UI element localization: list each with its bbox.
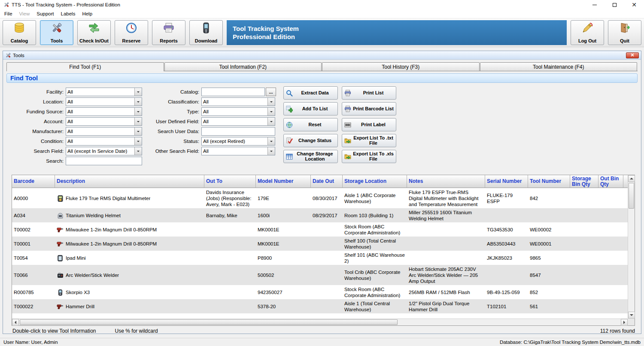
export-list-to-xls-file-button[interactable]: Export List To .xls File xyxy=(342,150,396,163)
menu-view[interactable]: View xyxy=(16,10,33,17)
tools-window-close-button[interactable]: ✕ xyxy=(626,52,639,58)
column-header-out-bin-qty[interactable]: Out Bin Qty xyxy=(598,175,623,188)
table-row[interactable]: T0054Ipad MiniP8900Shelf 101 (ABC Wareho… xyxy=(12,251,628,265)
select-value: All (except Retired) xyxy=(202,139,267,144)
classification-select[interactable]: All xyxy=(201,97,275,106)
menu-labels[interactable]: Labels xyxy=(58,10,79,17)
footer-hint-wildcard: Use % for wildcard xyxy=(115,328,158,334)
minimize-icon xyxy=(592,5,597,5)
cell-extra xyxy=(623,197,628,199)
app-icon xyxy=(3,2,9,8)
menu-support[interactable]: Support xyxy=(33,10,57,17)
type-select[interactable]: All xyxy=(201,107,275,116)
vertical-scroll-thumb[interactable] xyxy=(629,183,634,209)
grid-vertical-scrollbar[interactable] xyxy=(628,175,635,319)
toolbar-button-download[interactable]: Download xyxy=(189,20,223,45)
table-row[interactable]: T00001Milwaukee 1-2in Magnum Drill 0-850… xyxy=(12,237,628,251)
cell-date_out: 08/29/2017 xyxy=(311,211,343,219)
item-description-text: Milwaukee 1-2in Magnum Drill 0-850RPM xyxy=(66,241,157,247)
toolbar-button-quit[interactable]: Quit xyxy=(608,20,641,45)
minimize-button[interactable] xyxy=(585,0,605,9)
toolbar-button-label: Reserve xyxy=(122,38,141,43)
toolbar-button-log-out[interactable]: Log Out xyxy=(571,20,604,45)
print-barcode-list-button[interactable]: Print Barcode List xyxy=(342,102,396,115)
cell-extra xyxy=(623,305,628,307)
funding-source-select[interactable]: All xyxy=(66,107,142,116)
table-row[interactable]: T0066Arc Welder/Stick Welder500502Tool C… xyxy=(12,265,628,285)
cell-out_bin_qty xyxy=(598,291,623,293)
table-row[interactable]: A034Titanium Welding HelmetBarnaby, Mike… xyxy=(12,208,628,222)
horizontal-scroll-thumb[interactable] xyxy=(20,319,398,325)
scroll-left-button[interactable] xyxy=(12,319,19,326)
status-select[interactable]: All (except Retired) xyxy=(201,137,275,146)
column-header-storage-location[interactable]: Storage Location xyxy=(343,175,407,188)
column-header-notes[interactable]: Notes xyxy=(407,175,485,188)
search-user-data-input[interactable] xyxy=(201,127,275,136)
toolbar-button-reports[interactable]: Reports xyxy=(152,20,185,45)
tab-tool-history-f3[interactable]: Tool History (F3) xyxy=(322,62,480,71)
toolbar-button-tools[interactable]: Tools xyxy=(40,20,73,45)
tab-tool-information-f2[interactable]: Tool Information (F2) xyxy=(164,62,322,71)
condition-select[interactable]: All xyxy=(66,137,142,146)
print-label-button[interactable]: Print Label xyxy=(342,118,396,131)
scroll-up-button[interactable] xyxy=(628,175,635,182)
toolbar-button-reserve[interactable]: Reserve xyxy=(115,20,148,45)
tab-find-tool-f1[interactable]: Find Tool (F1) xyxy=(6,62,164,71)
column-header-out-to[interactable]: Out To xyxy=(204,175,256,188)
other-search-field-select[interactable]: All xyxy=(201,147,275,155)
arrow-left-icon xyxy=(13,321,16,324)
toolbar-button-catalog[interactable]: Catalog xyxy=(3,20,36,45)
table-row[interactable]: R000785Skorpio X3942350027Stock Room (AB… xyxy=(12,285,628,299)
tab-tool-maintenance-f4[interactable]: Tool Maintenance (F4) xyxy=(480,62,638,71)
reset-button[interactable]: Reset xyxy=(283,118,338,131)
change-status-button[interactable]: Change Status xyxy=(283,134,338,147)
print-list-button[interactable]: Print List xyxy=(342,86,396,100)
item-description-text: Milwaukee 1-2in Magnum Drill 0-850RPM xyxy=(66,227,157,233)
scroll-right-button[interactable] xyxy=(621,319,628,326)
cell-barcode: T00001 xyxy=(12,240,55,248)
change-storage-location-button[interactable]: Change Storage Location xyxy=(283,150,338,163)
maximize-button[interactable] xyxy=(605,0,624,9)
table-row[interactable]: T000022Hammer Drill5378-20Aisle 1 (Total… xyxy=(12,299,628,313)
form-row-catalog: Catalog:... xyxy=(149,87,276,96)
status-bar: User Name: User, Admin Database: C:\Giga… xyxy=(0,338,644,346)
print-label-icon xyxy=(344,121,351,128)
grid-horizontal-scrollbar[interactable] xyxy=(12,319,628,325)
column-header-storage-bin-qty[interactable]: Storage Bin Qty xyxy=(570,175,598,188)
arrow-up-icon xyxy=(630,176,633,179)
menu-file[interactable]: File xyxy=(1,10,16,17)
column-header-barcode[interactable]: Barcode xyxy=(12,175,55,188)
column-header-tool-number[interactable]: Tool Number xyxy=(528,175,570,188)
facility-select[interactable]: All xyxy=(66,88,142,96)
extract-data-button[interactable]: Extract Data xyxy=(283,86,338,100)
location-select[interactable]: All xyxy=(66,97,142,106)
table-row[interactable]: A0000Fluke 179 True RMS Digital Multimet… xyxy=(12,188,628,208)
search-form: Facility:AllLocation:AllFunding Source:A… xyxy=(6,84,638,173)
table-row[interactable]: T00002Milwaukee 1-2in Magnum Drill 0-850… xyxy=(12,222,628,237)
search-input[interactable] xyxy=(66,157,142,165)
add-to-list-button[interactable]: Add To List xyxy=(283,102,338,115)
column-header-serial-number[interactable]: Serial Number xyxy=(485,175,528,188)
cell-model_number: 179E xyxy=(256,194,311,202)
field-label-catalog: Catalog: xyxy=(149,89,201,95)
cell-model_number: P8900 xyxy=(256,254,311,262)
column-header-date-out[interactable]: Date Out xyxy=(311,175,343,188)
column-header-description[interactable]: Description xyxy=(55,175,204,188)
column-header-model-number[interactable]: Model Number xyxy=(256,175,311,188)
account-select[interactable]: All xyxy=(66,117,142,126)
user-defined-field-select[interactable]: All xyxy=(201,117,275,126)
toolbar-button-check-in-out[interactable]: Check In/Out xyxy=(77,20,111,45)
column-header-extra[interactable] xyxy=(623,175,628,188)
reserve-icon xyxy=(125,22,137,34)
catalog-browse-button[interactable]: ... xyxy=(266,88,276,96)
action-button-label: Reset xyxy=(295,122,335,127)
close-button[interactable]: ✕ xyxy=(624,0,644,9)
scroll-down-button[interactable] xyxy=(628,312,635,319)
vertical-scroll-track[interactable] xyxy=(628,182,635,312)
export-list-to-txt-file-button[interactable]: Export List To .txt File xyxy=(342,134,396,147)
manufacturer-select[interactable]: All xyxy=(66,127,142,136)
search-field-select[interactable]: All (except In Service Date) xyxy=(66,147,142,155)
menu-help[interactable]: Help xyxy=(79,10,96,17)
horizontal-scroll-track[interactable] xyxy=(19,319,621,325)
catalog-input[interactable] xyxy=(201,88,265,96)
